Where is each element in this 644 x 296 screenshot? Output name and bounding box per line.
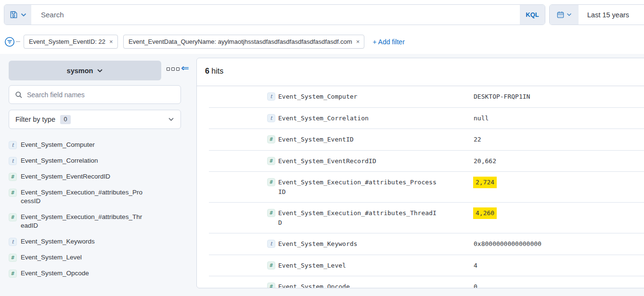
- fields-sidebar: sysmon ⇐ Filter by type 0 t Event_System…: [0, 54, 196, 296]
- field-type-icon: t: [267, 114, 275, 122]
- field-value-text: 4: [474, 261, 477, 270]
- field-name-cell: Event_System_EventRecordID: [278, 156, 439, 166]
- data-view-picker[interactable]: sysmon: [9, 61, 161, 80]
- time-range-value[interactable]: Last 15 years: [579, 5, 629, 25]
- field-name-cell: Event_System_Execution_#attributes_Threa…: [278, 208, 439, 227]
- field-value-text: null: [474, 114, 489, 123]
- query-bar: KQL: [4, 4, 545, 25]
- hits-label: hits: [211, 67, 223, 75]
- filter-connector: [16, 41, 20, 42]
- field-value-cell: DESKTOP-FRQP1IN: [474, 92, 530, 102]
- table-row: # Event_System_Execution_#attributes_Pro…: [209, 171, 644, 202]
- date-quick-select-button[interactable]: [550, 5, 579, 25]
- chevron-down-icon: [168, 117, 174, 121]
- filter-set-icon[interactable]: [4, 36, 15, 48]
- calendar-icon: [556, 11, 565, 19]
- field-type-icon: #: [9, 254, 17, 262]
- saved-query-button[interactable]: [4, 5, 31, 25]
- sidebar-field-item[interactable]: t Event_System_Computer: [9, 141, 188, 149]
- sidebar-field-item[interactable]: # Event_System_EventRecordID: [9, 172, 188, 181]
- sidebar-field-name: Event_System_Level: [21, 253, 145, 262]
- search-input[interactable]: [31, 5, 520, 25]
- field-type-icon: #: [9, 213, 17, 221]
- field-name-cell: Event_System_EventID: [278, 135, 439, 144]
- table-row: # Event_System_Execution_#attributes_Thr…: [209, 202, 644, 233]
- sidebar-field-item[interactable]: # Event_System_Execution_#attributes_Thr…: [9, 213, 188, 230]
- filter-bar: Event_System_EventID: 22 × Event_EventDa…: [4, 34, 644, 49]
- table-row: t Event_System_Keywords 0x80000000000000…: [209, 233, 644, 255]
- chevron-down-icon: [21, 13, 26, 17]
- field-type-icon: t: [9, 238, 17, 246]
- sidebar-field-item[interactable]: t Event_System_Keywords: [9, 237, 188, 246]
- field-value-text: 0: [474, 282, 477, 288]
- sidebar-field-item[interactable]: # Event_System_Execution_#attributes_Pro…: [9, 188, 188, 206]
- field-value-text: 22: [474, 135, 481, 144]
- hits-count: 6: [205, 67, 209, 75]
- field-search-input[interactable]: [27, 91, 175, 99]
- table-row: # Event_System_EventID 22: [209, 129, 644, 150]
- field-type-icon: #: [267, 157, 275, 165]
- field-type-icon: t: [267, 240, 275, 248]
- filter-pill[interactable]: Event_EventData_QueryName: ayylmaotjhsst…: [123, 35, 364, 49]
- date-picker: Last 15 years: [549, 4, 644, 25]
- table-row: t Event_System_Correlation null: [209, 107, 644, 129]
- filter-pill[interactable]: Event_System_EventID: 22 ×: [24, 35, 118, 49]
- field-type-icon: #: [9, 173, 17, 181]
- data-view-name: sysmon: [67, 67, 93, 75]
- field-value-text: DESKTOP-FRQP1IN: [474, 92, 530, 102]
- sidebar-field-item[interactable]: t Event_System_Correlation: [9, 156, 188, 165]
- field-value-cell: 0: [474, 282, 477, 288]
- field-type-icon: #: [267, 135, 275, 143]
- sidebar-field-name: Event_System_Keywords: [21, 237, 145, 246]
- sidebar-field-item[interactable]: # Event_System_Opcode: [9, 269, 188, 278]
- field-name-cell: Event_System_Correlation: [278, 114, 439, 123]
- table-row: # Event_System_Opcode 0: [209, 276, 644, 288]
- field-type-icon: #: [9, 270, 17, 278]
- remove-filter-icon[interactable]: ×: [356, 38, 360, 45]
- field-type-icon: #: [267, 178, 275, 186]
- remove-filter-icon[interactable]: ×: [109, 38, 113, 45]
- sidebar-field-name: Event_System_Computer: [21, 141, 145, 149]
- sidebar-field-name: Event_System_EventRecordID: [21, 172, 145, 181]
- field-value-cell: null: [474, 114, 489, 123]
- available-fields-list: t Event_System_Computer t Event_System_C…: [9, 141, 188, 285]
- field-value-text: 4,260: [473, 207, 497, 219]
- filter-pill-list: Event_System_EventID: 22 × Event_EventDa…: [20, 35, 364, 49]
- field-search-box: [9, 85, 181, 104]
- document-field-table: t Event_System_Computer DESKTOP-FRQP1IN …: [209, 86, 644, 288]
- field-value-cell: 4: [474, 261, 477, 270]
- search-icon: [15, 91, 23, 99]
- field-value-cell: 4,260: [474, 208, 496, 218]
- field-value-cell: 20,662: [474, 156, 496, 166]
- sidebar-field-name: Event_System_Execution_#attributes_Threa…: [21, 213, 145, 230]
- add-filter-button[interactable]: + Add filter: [373, 38, 405, 46]
- chevron-down-icon: [97, 69, 103, 73]
- field-type-icon: #: [267, 209, 275, 217]
- top-bar: KQL Last 15 years: [0, 0, 644, 54]
- collapse-sidebar-icon[interactable]: ⇐: [181, 63, 189, 73]
- table-row: # Event_System_EventRecordID 20,662: [209, 150, 644, 172]
- field-type-icon: #: [267, 261, 275, 270]
- field-name-cell: Event_System_Computer: [278, 92, 439, 102]
- field-type-icon: t: [9, 157, 17, 165]
- field-options-button[interactable]: [167, 67, 180, 71]
- field-type-icon: t: [9, 141, 17, 149]
- field-name-cell: Event_System_Level: [278, 261, 439, 270]
- hits-header: 6 hits: [197, 58, 644, 86]
- filter-by-type-button[interactable]: Filter by type 0: [9, 110, 181, 129]
- field-value-text: 0x8000000000000000: [474, 239, 541, 249]
- field-value-cell: 22: [474, 135, 481, 144]
- kql-language-button[interactable]: KQL: [520, 5, 545, 25]
- sidebar-field-item[interactable]: # Event_System_Level: [9, 253, 188, 262]
- sidebar-field-name: Event_System_Correlation: [21, 156, 145, 165]
- field-type-icon: t: [267, 92, 275, 101]
- field-name-cell: Event_System_Execution_#attributes_Proce…: [278, 178, 439, 196]
- filter-by-type-label: Filter by type: [15, 116, 55, 123]
- save-icon: [9, 10, 18, 19]
- field-value-cell: 2,724: [474, 178, 496, 187]
- field-value-text: 2,724: [473, 177, 497, 188]
- sidebar-field-name: Event_System_Execution_#attributes_Proce…: [21, 188, 145, 206]
- field-name-cell: Event_System_Keywords: [278, 239, 439, 249]
- field-type-icon: #: [9, 189, 17, 197]
- filter-by-type-count-badge: 0: [60, 115, 71, 124]
